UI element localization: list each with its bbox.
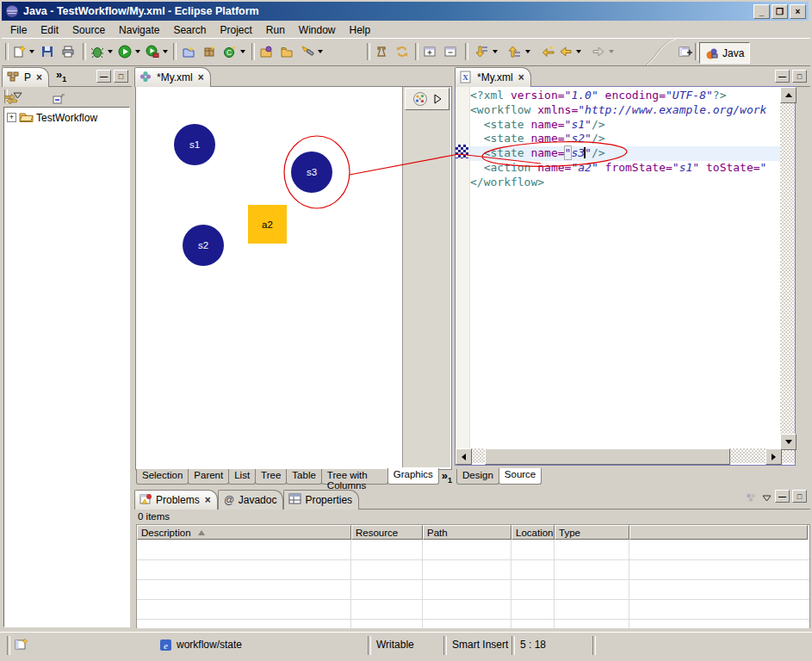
diagram-canvas[interactable]: s1s2s3a2 (136, 87, 402, 467)
scroll-left-button[interactable] (456, 448, 472, 465)
external-tools-button[interactable] (143, 42, 162, 61)
save-button[interactable] (38, 42, 57, 61)
new-class-button[interactable]: C (220, 42, 239, 61)
previous-annotation-button[interactable] (505, 42, 524, 61)
palette-flyout-button[interactable] (405, 88, 449, 110)
view-menu-chevron[interactable] (761, 493, 772, 505)
page-tab-table[interactable]: Table (286, 469, 322, 485)
page-tab-design[interactable]: Design (456, 469, 499, 485)
title-bar[interactable]: Java - TestWorkflow/My.xml - Eclipse Pla… (2, 2, 809, 21)
new-class-dropdown[interactable] (240, 50, 245, 53)
tab-graphics-my-xml[interactable]: *My.xml × (134, 67, 211, 87)
page-tab-graphics[interactable]: Graphics (387, 468, 439, 485)
refresh-icon-button[interactable] (393, 42, 412, 61)
forward-button[interactable] (589, 42, 608, 61)
tab-javadoc[interactable]: @Javadoc (218, 490, 284, 510)
minimize-editor-button[interactable]: — (775, 70, 790, 83)
menu-edit[interactable]: Edit (34, 23, 65, 37)
state-node-s2[interactable]: s2 (183, 225, 224, 266)
last-edit-location-button[interactable] (539, 42, 558, 61)
page-tab-tree[interactable]: Tree (255, 469, 287, 485)
close-icon[interactable]: × (198, 71, 204, 83)
close-icon[interactable]: × (518, 71, 524, 83)
page-tab-parent[interactable]: Parent (188, 469, 229, 485)
table-body[interactable] (137, 540, 809, 628)
menu-run[interactable]: Run (259, 23, 292, 37)
debug-dropdown[interactable] (108, 50, 113, 53)
page-tab-selection[interactable]: Selection (136, 469, 189, 485)
column-header-type[interactable]: Type (555, 525, 629, 540)
back-button[interactable] (556, 42, 575, 61)
run-dropdown[interactable] (135, 50, 140, 53)
debug-button[interactable] (88, 42, 107, 61)
state-node-s3[interactable]: s3 (291, 151, 332, 193)
minimize-view-button[interactable]: — (96, 70, 111, 83)
window-plus-icon-button[interactable] (420, 42, 439, 61)
annotation-ruler[interactable] (456, 87, 470, 463)
new-java-project-button[interactable] (179, 42, 198, 61)
scroll-down-button[interactable] (780, 434, 797, 450)
new-package-button[interactable] (200, 42, 219, 61)
column-header-path[interactable]: Path (423, 525, 511, 540)
new-wizard-dropdown[interactable] (29, 50, 34, 53)
palette-collapsed-strip[interactable] (402, 87, 450, 467)
forward-dropdown[interactable] (609, 50, 614, 53)
next-annotation-button[interactable] (472, 42, 491, 61)
menu-window[interactable]: Window (292, 23, 343, 37)
close-icon[interactable]: × (36, 71, 42, 83)
filter-icon[interactable] (743, 490, 759, 505)
spool-icon-button[interactable] (372, 42, 391, 61)
scroll-right-button[interactable] (766, 448, 782, 465)
horizontal-scrollbar[interactable] (456, 448, 780, 463)
view-stack-chevron[interactable]: »1 (56, 68, 66, 83)
page-tab-chevron[interactable]: »1 (442, 469, 452, 485)
maximize-view-button[interactable]: □ (114, 70, 128, 83)
code-area[interactable]: <?xml version="1.0" encoding="UTF-8"?><w… (470, 87, 780, 450)
collapse-all-button[interactable] (49, 90, 68, 108)
tab-problems[interactable]: Problems× (134, 490, 218, 510)
previous-annotation-dropdown[interactable] (525, 50, 530, 53)
column-header-resource[interactable]: Resource (351, 525, 423, 540)
next-annotation-dropdown[interactable] (493, 50, 498, 53)
package-explorer-tree[interactable]: +TestWorkflow (3, 107, 130, 627)
menu-source[interactable]: Source (65, 23, 112, 37)
page-tab-list[interactable]: List (228, 469, 256, 485)
column-header-description[interactable]: Description (137, 525, 351, 540)
close-icon[interactable]: × (205, 494, 211, 506)
scroll-up-button[interactable] (780, 87, 797, 103)
external-tools-dropdown[interactable] (163, 50, 168, 53)
run-button[interactable] (115, 42, 134, 61)
back-dropdown[interactable] (576, 50, 581, 53)
page-tab-source[interactable]: Source (499, 468, 542, 485)
minimize-button[interactable]: _ (753, 4, 770, 19)
java-perspective-button[interactable]: Java (699, 42, 750, 64)
menu-search[interactable]: Search (166, 23, 213, 37)
open-perspective-button[interactable] (676, 42, 695, 61)
close-button[interactable]: × (790, 4, 806, 19)
menu-navigate[interactable]: Navigate (112, 23, 166, 37)
minimize-view-button[interactable]: — (775, 490, 790, 503)
vertical-scrollbar[interactable] (780, 87, 795, 463)
column-header-location[interactable]: Location (511, 525, 555, 540)
maximize-view-button[interactable]: □ (792, 490, 807, 503)
flashlight-dropdown[interactable] (318, 50, 323, 53)
flashlight-icon-button[interactable] (298, 42, 317, 61)
filter-icon[interactable] (2, 90, 21, 108)
window-minus-icon-button[interactable] (441, 42, 460, 61)
menu-project[interactable]: Project (213, 23, 258, 37)
expand-icon[interactable]: + (7, 113, 16, 122)
scrollbar-thumb[interactable] (485, 448, 730, 465)
action-node-a2[interactable]: a2 (248, 205, 287, 244)
page-tab-tree-with-columns[interactable]: Tree with Columns (321, 469, 388, 485)
folder-icon-button[interactable] (277, 42, 296, 61)
tab-package-explorer[interactable]: P × (2, 67, 49, 87)
menu-file[interactable]: File (3, 23, 34, 37)
state-node-s1[interactable]: s1 (174, 124, 215, 165)
fast-view-icon[interactable] (14, 637, 29, 655)
tab-properties[interactable]: Properties (283, 490, 359, 510)
maximize-button[interactable]: ❐ (772, 4, 788, 19)
maximize-editor-button[interactable]: □ (792, 70, 807, 83)
tree-item-testworkflow[interactable]: +TestWorkflow (4, 108, 129, 125)
print-button[interactable] (59, 42, 77, 61)
tab-source-my-xml[interactable]: X *My.xml × (455, 67, 531, 87)
